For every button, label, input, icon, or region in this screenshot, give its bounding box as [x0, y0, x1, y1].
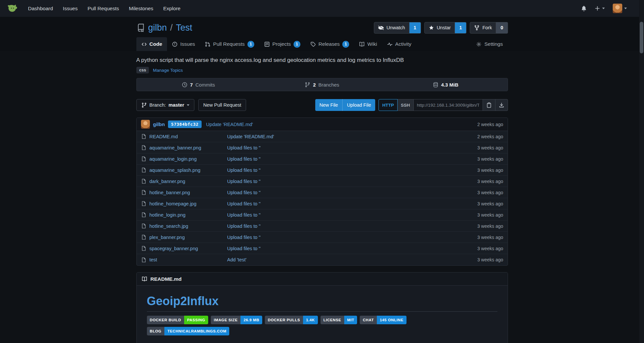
file-link[interactable]: spacegray_banner.png: [150, 246, 198, 251]
branches-label: Branches: [318, 82, 339, 88]
file-commit-message-link[interactable]: Upload files to '': [227, 190, 477, 195]
branches-count: 2: [313, 82, 316, 88]
nav-milestones[interactable]: Milestones: [124, 6, 158, 12]
gitea-logo[interactable]: [7, 4, 17, 13]
file-link[interactable]: aquamarine_splash.png: [150, 168, 201, 173]
file-link[interactable]: hotline_login.png: [150, 212, 186, 218]
file-commit-message-link[interactable]: Upload files to '': [227, 156, 477, 162]
controls-right: New File Upload File HTTP SSH: [315, 99, 508, 111]
repo-tabs: Code Issues Pull Requests 1 Projects 1 R…: [136, 37, 508, 51]
file-link[interactable]: aquamarine_banner.png: [150, 145, 201, 150]
ssh-protocol-button[interactable]: SSH: [398, 99, 414, 111]
file-icon: [141, 212, 147, 218]
user-menu-button[interactable]: [609, 4, 631, 13]
scrollbar-thumb[interactable]: [640, 22, 643, 53]
tab-pull-requests[interactable]: Pull Requests 1: [200, 37, 259, 51]
chat-badge[interactable]: CHAT145 ONLINE: [360, 316, 406, 324]
nav-dashboard[interactable]: Dashboard: [23, 6, 58, 12]
repo-size-stat[interactable]: 4.3 MiB: [384, 78, 507, 91]
blog-badge[interactable]: BLOGTECHNICALRAMBLINGS.COM: [147, 327, 230, 335]
branches-stat[interactable]: 2 Branches: [260, 78, 384, 91]
nav-pull-requests[interactable]: Pull Requests: [83, 6, 124, 12]
new-file-button[interactable]: New File: [315, 99, 342, 111]
file-commit-message-link[interactable]: Upload files to '': [227, 235, 477, 240]
tab-releases[interactable]: Releases 1: [305, 37, 354, 51]
nav-issues[interactable]: Issues: [58, 6, 83, 12]
commit-author-avatar[interactable]: [141, 120, 150, 129]
chevron-down-icon: [602, 8, 605, 9]
fork-button[interactable]: Fork: [470, 22, 496, 34]
topic-css[interactable]: css: [136, 67, 149, 73]
file-commit-message-link[interactable]: Upload files to '': [227, 224, 477, 229]
branch-selector[interactable]: Branch: master: [136, 99, 195, 111]
image-size-badge[interactable]: IMAGE SIZE26.9 MB: [211, 316, 262, 324]
file-link[interactable]: dark_banner.png: [150, 179, 185, 184]
tab-wiki[interactable]: Wiki: [354, 37, 382, 51]
create-new-button[interactable]: [591, 6, 609, 11]
file-commit-message-link[interactable]: Upload files to '': [227, 168, 477, 173]
file-link[interactable]: hotline_homepage.jpg: [150, 201, 197, 206]
tab-activity[interactable]: Activity: [382, 37, 416, 51]
tab-projects-label: Projects: [272, 41, 291, 47]
file-table: gilbn 57384bfc32 Update 'README.md' 2 we…: [136, 118, 508, 266]
forks-count[interactable]: 0: [496, 22, 508, 34]
readme-filename: README.md: [151, 276, 182, 282]
repo-controls: Branch: master New Pull Request New File…: [136, 99, 508, 111]
file-link[interactable]: README.md: [150, 134, 178, 139]
tab-projects[interactable]: Projects 1: [259, 37, 305, 51]
http-protocol-button[interactable]: HTTP: [378, 99, 397, 111]
scrollbar[interactable]: [639, 0, 644, 343]
releases-count-badge: 1: [342, 41, 349, 48]
license-badge[interactable]: LICENSEMIT: [321, 316, 357, 324]
clone-url-input[interactable]: [414, 99, 483, 111]
docker-pulls-badge[interactable]: DOCKER PULLS1.4K: [265, 316, 318, 324]
file-icon: [141, 246, 147, 251]
book-icon: [359, 41, 365, 47]
file-commit-message-link[interactable]: Upload files to '': [227, 145, 477, 150]
tab-issues[interactable]: Issues: [167, 37, 200, 51]
repo-owner-link[interactable]: gilbn: [148, 23, 167, 33]
manage-topics-link[interactable]: Manage Topics: [153, 68, 183, 73]
branch-name: master: [168, 102, 184, 108]
commit-hash-badge[interactable]: 57384bfc32: [168, 120, 201, 128]
nav-explore[interactable]: Explore: [158, 6, 185, 12]
tab-pull-requests-label: Pull Requests: [213, 41, 245, 47]
unstar-button[interactable]: Unstar: [424, 22, 455, 34]
file-row: hotline_search.jpg Upload files to '' 3 …: [137, 221, 508, 232]
notifications-button[interactable]: [577, 6, 591, 11]
repo-description: A python script that will parse the ngin…: [136, 57, 508, 64]
tab-settings[interactable]: Settings: [471, 37, 508, 51]
file-actions-group: New File Upload File: [315, 99, 376, 111]
repo-size-value: 4.3 MiB: [441, 82, 459, 88]
commit-message-link[interactable]: Update 'README.md': [206, 122, 253, 127]
file-link[interactable]: hotline_banner.png: [150, 190, 190, 195]
avatar: [613, 4, 622, 13]
new-pull-request-button[interactable]: New Pull Request: [198, 99, 246, 111]
file-commit-message-link[interactable]: Upload files to '': [227, 212, 477, 218]
file-commit-message-link[interactable]: Add 'test': [227, 257, 477, 262]
unwatch-button[interactable]: Unwatch: [374, 22, 409, 34]
repo-name-link[interactable]: Test: [176, 23, 192, 33]
docker-build-badge[interactable]: DOCKER BUILDPASSING: [147, 316, 208, 324]
download-archive-button[interactable]: [495, 99, 508, 111]
commit-author-link[interactable]: gilbn: [153, 121, 165, 127]
file-link[interactable]: test: [150, 257, 157, 262]
unstar-label: Unstar: [437, 25, 451, 30]
commits-stat[interactable]: 7 Commits: [137, 78, 260, 91]
file-commit-message-link[interactable]: Upload files to '': [227, 179, 477, 184]
file-commit-message-link[interactable]: Update 'README.md': [227, 134, 477, 139]
watchers-count[interactable]: 1: [409, 22, 421, 34]
file-commit-time: 3 weeks ago: [477, 246, 503, 251]
file-commit-message-link[interactable]: Upload files to '': [227, 201, 477, 206]
file-commit-message-link[interactable]: Upload files to '': [227, 246, 477, 251]
file-link[interactable]: plex_banner.png: [150, 235, 185, 240]
upload-file-button[interactable]: Upload File: [342, 99, 375, 111]
file-row: README.md Update 'README.md' 2 weeks ago: [137, 131, 508, 142]
stars-count[interactable]: 1: [455, 22, 466, 34]
tab-code[interactable]: Code: [136, 37, 167, 51]
commits-count: 7: [190, 82, 193, 88]
file-link[interactable]: aquamarine_login.png: [150, 156, 197, 162]
copy-clone-url-button[interactable]: [483, 99, 495, 111]
file-row: aquamarine_splash.png Upload files to ''…: [137, 165, 508, 176]
file-link[interactable]: hotline_search.jpg: [150, 224, 188, 229]
